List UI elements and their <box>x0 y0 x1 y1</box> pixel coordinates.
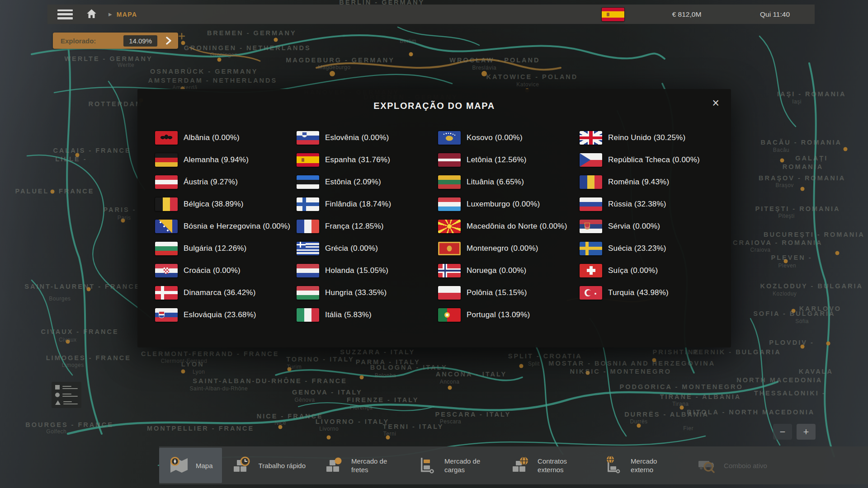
external-contracts-icon <box>510 455 532 475</box>
map-legend[interactable] <box>52 382 81 408</box>
hu-flag-icon <box>297 286 319 300</box>
zoom-in-button[interactable]: + <box>797 424 816 440</box>
lt-flag-icon <box>438 175 461 189</box>
country-row-me: Montenegro (0.00%) <box>438 237 580 259</box>
breadcrumb[interactable]: MAPA <box>117 11 137 18</box>
nav-item-external-contracts[interactable]: Contratos externos <box>501 448 594 483</box>
gb-flag-icon <box>580 131 602 145</box>
country-row-no: Noruega (0.00%) <box>438 259 580 282</box>
circle-icon <box>55 393 60 397</box>
money-display: € 812,0M <box>666 10 707 19</box>
spain-flag-icon <box>602 8 624 21</box>
lv-flag-icon <box>438 153 461 167</box>
country-label: Finlândia (18.74%) <box>325 200 391 209</box>
zoom-out-button[interactable]: − <box>773 424 792 440</box>
country-label: República Tcheca (0.00%) <box>608 155 700 164</box>
square-icon <box>55 385 60 389</box>
cz-flag-icon <box>580 153 602 167</box>
country-row-ee: Estônia (2.09%) <box>297 171 438 193</box>
country-label: Macedônia do Norte (0.00%) <box>467 222 567 231</box>
country-row-fi: Finlândia (18.74%) <box>297 193 438 215</box>
country-row-nl: Holanda (15.05%) <box>297 259 438 282</box>
country-row-it: Itália (5.83%) <box>297 304 438 326</box>
country-label: Letônia (12.56%) <box>467 155 527 164</box>
lu-flag-icon <box>438 197 461 211</box>
gr-flag-icon <box>297 242 319 255</box>
freight-market-icon <box>324 455 345 475</box>
country-row-hr: Croácia (0.00%) <box>155 259 297 282</box>
legend-lines <box>62 394 78 397</box>
tr-flag-icon <box>580 286 602 300</box>
country-label: Montenegro (0.00%) <box>467 244 538 253</box>
country-label: Bósnia e Herzegovina (0.00%) <box>184 222 290 231</box>
triangle-icon <box>55 400 61 405</box>
country-label: Sérvia (0.00%) <box>608 222 660 231</box>
country-label: Romênia (9.43%) <box>608 178 669 187</box>
ba-flag-icon <box>155 220 178 233</box>
country-label: Grécia (0.00%) <box>325 244 378 253</box>
country-row-be: Bélgica (38.89%) <box>155 193 297 215</box>
legend-row-companies <box>55 393 78 397</box>
map-zoom-controls: − + <box>773 424 816 440</box>
country-row-ro: Romênia (9.43%) <box>580 171 721 193</box>
country-label: França (12.85%) <box>325 222 384 231</box>
country-row-es: Espanha (31.76%) <box>297 149 438 171</box>
nav-item-cargo-market[interactable]: Mercado de cargas <box>408 448 501 483</box>
country-label: Bulgária (12.26%) <box>184 244 246 253</box>
ch-flag-icon <box>580 264 602 277</box>
country-label: Áustria (9.27%) <box>184 178 238 187</box>
nl-flag-icon <box>297 264 319 277</box>
cargo-market-icon <box>417 455 439 475</box>
country-label: Suécia (23.23%) <box>608 244 666 253</box>
legend-row-cities <box>55 385 78 389</box>
pt-flag-icon <box>438 308 461 322</box>
bg-flag-icon <box>155 242 178 255</box>
dk-flag-icon <box>155 286 178 300</box>
nav-item-active-convoy[interactable]: Comboio ativo <box>687 448 776 483</box>
mk-flag-icon <box>438 220 461 233</box>
country-label: Turquia (43.98%) <box>608 288 669 297</box>
country-row-at: Áustria (9.27%) <box>155 171 297 193</box>
si-flag-icon <box>297 131 319 145</box>
country-row-ru: Rússia (32.38%) <box>580 193 721 215</box>
no-flag-icon <box>438 264 461 277</box>
country-row-pt: Portugal (13.09%) <box>438 304 580 326</box>
nav-item-label: Mercado de fretes <box>351 457 399 474</box>
country-row-xk: Kosovo (0.00%) <box>438 127 580 149</box>
legend-row-landmarks <box>55 400 78 405</box>
nav-item-external-market[interactable]: Mercado externo <box>594 448 687 483</box>
dialog-title: EXPLORAÇÃO DO MAPA <box>137 89 731 111</box>
nav-item-freight-market[interactable]: Mercado de fretes <box>315 448 408 483</box>
country-label: Kosovo (0.00%) <box>467 133 523 142</box>
nav-item-label: Contratos externos <box>538 457 585 474</box>
nav-item-map[interactable]: Mapa <box>159 448 222 483</box>
nav-item-quick-job[interactable]: Trabalho rápido <box>222 448 315 483</box>
explored-value: 14.09% <box>123 35 157 47</box>
explored-badge[interactable]: Explorado: 14.09% <box>53 33 178 49</box>
map-exploration-dialog: EXPLORAÇÃO DO MAPA × Albânia (0.00%)Alem… <box>137 89 731 347</box>
country-label: Luxemburgo (0.00%) <box>467 200 540 209</box>
map-icon <box>168 455 190 475</box>
es-flag-icon <box>297 153 319 167</box>
country-row-si: Eslovênia (0.00%) <box>297 127 438 149</box>
xk-flag-icon <box>438 131 461 145</box>
country-row-ch: Suíça (0.00%) <box>580 259 721 282</box>
country-row-sk: Eslováquia (23.68%) <box>155 304 297 326</box>
country-label: Albânia (0.00%) <box>184 133 240 142</box>
home-button[interactable] <box>85 8 98 21</box>
country-label: Holanda (15.05%) <box>325 266 388 275</box>
pl-flag-icon <box>438 286 461 300</box>
menu-button[interactable] <box>57 9 74 20</box>
it-flag-icon <box>297 308 319 322</box>
close-button[interactable]: × <box>710 95 721 111</box>
quick-job-icon <box>231 455 253 475</box>
countries-grid: Albânia (0.00%)Alemanha (9.94%)Áustria (… <box>155 127 721 326</box>
country-row-lv: Letônia (12.56%) <box>438 149 580 171</box>
game-time-display: Qui 11:40 <box>757 10 793 19</box>
country-row-fr: França (12.85%) <box>297 215 438 237</box>
country-label: Itália (5.83%) <box>325 310 372 319</box>
country-row-lt: Lituânia (6.65%) <box>438 171 580 193</box>
country-label: Alemanha (9.94%) <box>184 155 249 164</box>
fr-flag-icon <box>297 220 319 233</box>
country-label: Reino Unido (30.25%) <box>608 133 685 142</box>
